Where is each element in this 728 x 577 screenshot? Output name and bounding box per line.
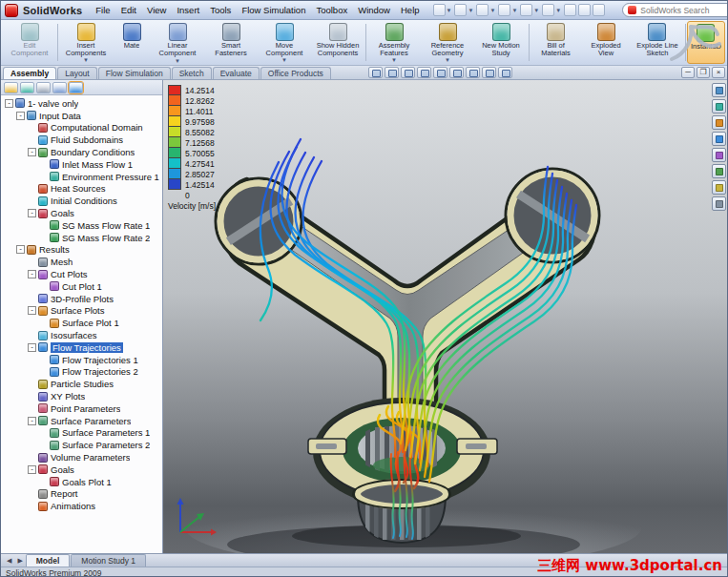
tree-item-goals-plot-1[interactable]: Goals Plot 1 (3, 476, 162, 488)
smart-fasteners-button[interactable]: Smart Fasteners (204, 21, 258, 64)
graphics-viewport[interactable]: 14.251412.826211.40119.975988.550827.125… (163, 80, 727, 553)
tree-item-xy-plots[interactable]: XY Plots (3, 390, 162, 402)
search-input[interactable] (640, 6, 726, 15)
menu-item-flow-simulation[interactable]: Flow Simulation (237, 3, 310, 17)
zoom-area-icon[interactable] (385, 67, 399, 78)
menu-item-tools[interactable]: Tools (205, 3, 236, 17)
insert-components-button[interactable]: Insert Components▼ (59, 21, 113, 64)
tree-item-computational-domain[interactable]: Computational Domain (3, 122, 162, 134)
assembly-features-button[interactable]: Assembly Features▼ (367, 21, 421, 64)
linear-component-pattern-button[interactable]: Linear Component Pattern▼ (151, 21, 204, 64)
zoom-fit-icon[interactable] (368, 67, 383, 78)
caret-down-icon[interactable]: ▼ (533, 8, 539, 13)
show-hidden-components-button[interactable]: Show Hidden Components (311, 21, 364, 64)
tree-item-inlet-mass-flow-1[interactable]: Inlet Mass Flow 1 (3, 158, 162, 171)
tab-scroll-left-icon[interactable]: ◀ (4, 555, 14, 567)
tree-item-initial-conditions[interactable]: Initial Conditions (3, 195, 162, 207)
tree-expand-toggle[interactable]: - (16, 245, 25, 254)
cut-plot-tool-icon[interactable] (712, 99, 726, 113)
tree-item-particle-studies[interactable]: Particle Studies (3, 378, 162, 390)
exploded-view-button[interactable]: Exploded View (581, 21, 631, 64)
flow-simulation-tree-tab[interactable] (69, 82, 83, 93)
tree-item-surface-plot-1[interactable]: Surface Plot 1 (3, 317, 162, 329)
tab-model[interactable]: Model (26, 554, 71, 567)
feature-manager-tab[interactable] (4, 82, 18, 93)
caret-down-icon[interactable]: ▼ (511, 8, 517, 13)
menu-item-insert[interactable]: Insert (172, 3, 204, 17)
caret-down-icon[interactable]: ▼ (83, 57, 89, 63)
close-button[interactable]: × (712, 67, 725, 78)
menu-item-window[interactable]: Window (353, 3, 395, 17)
tree-item-surface-parameters-1[interactable]: Surface Parameters 1 (3, 427, 162, 440)
help-icon[interactable] (593, 4, 605, 16)
bill-of-materials-button[interactable]: Bill of Materials (530, 21, 581, 64)
tree-expand-toggle[interactable]: - (5, 99, 13, 108)
mesh-tool-icon[interactable] (712, 196, 726, 211)
tree-item-point-parameters[interactable]: Point Parameters (3, 402, 162, 415)
tree-item-cut-plot-1[interactable]: Cut Plot 1 (3, 280, 162, 293)
tree-item-environment-pressure-1[interactable]: Environment Pressure 1 (3, 171, 162, 183)
menu-item-edit[interactable]: Edit (116, 3, 141, 17)
tree-expand-toggle[interactable]: - (28, 465, 36, 474)
previous-view-icon[interactable] (401, 67, 415, 78)
tree-expand-toggle[interactable]: - (28, 270, 36, 278)
caret-down-icon[interactable]: ▼ (468, 8, 473, 13)
tab-layout[interactable]: Layout (57, 67, 97, 79)
apply-scene-icon[interactable] (498, 67, 512, 78)
menu-item-toolbox[interactable]: Toolbox (311, 3, 352, 17)
caret-down-icon[interactable]: ▼ (445, 57, 450, 63)
print-icon[interactable] (498, 4, 510, 16)
tab-scroll-right-icon[interactable]: ▶ (14, 555, 25, 567)
dimxpert-manager-tab[interactable] (52, 82, 67, 93)
view-settings-icon[interactable] (564, 4, 576, 16)
menu-item-view[interactable]: View (142, 3, 171, 17)
tree-expand-toggle[interactable]: - (28, 148, 36, 156)
tab-motion-study-1[interactable]: Motion Study 1 (71, 554, 146, 567)
options-icon[interactable] (578, 4, 591, 16)
menu-item-file[interactable]: File (91, 3, 114, 17)
section-view-icon[interactable] (417, 67, 431, 78)
caret-down-icon[interactable]: ▼ (555, 8, 561, 13)
isosurface-tool-icon[interactable] (712, 148, 726, 162)
caret-down-icon[interactable]: ▼ (175, 58, 180, 64)
velocity-legend[interactable]: 14.251412.826211.40119.975988.550827.125… (168, 85, 216, 211)
property-manager-tab[interactable] (20, 82, 34, 93)
tree-item-cut-plots[interactable]: -Cut Plots (3, 268, 162, 280)
tab-flow-simulation[interactable]: Flow Simulation (98, 67, 171, 79)
hide-show-items-icon[interactable] (466, 67, 480, 78)
reference-geometry-button[interactable]: Reference Geometry▼ (421, 21, 474, 64)
tree-item-surface-parameters[interactable]: -Surface Parameters (3, 415, 162, 427)
tree-item-surface-plots[interactable]: -Surface Plots (3, 305, 162, 318)
caret-down-icon[interactable]: ▼ (281, 57, 287, 63)
tree-item-goals[interactable]: -Goals (3, 464, 162, 476)
tree-item-animations[interactable]: Animations (3, 500, 162, 512)
configuration-manager-tab[interactable] (36, 82, 51, 93)
flow-trajectories-tool-icon[interactable] (712, 132, 726, 146)
tree-item-sg-mass-flow-rate-2[interactable]: SG Mass Flow Rate 2 (3, 232, 162, 244)
solidworks-search[interactable]: ▼ (622, 3, 728, 17)
caret-down-icon[interactable]: ▼ (391, 57, 397, 63)
goals-tool-icon[interactable] (712, 164, 726, 178)
tree-expand-toggle[interactable]: - (28, 306, 36, 315)
menu-item-help[interactable]: Help (396, 3, 425, 17)
tree-expand-toggle[interactable]: - (28, 209, 36, 217)
tree-item-input-data[interactable]: -Input Data (3, 110, 162, 122)
tree-item-1-valve-only[interactable]: -1- valve only (3, 97, 162, 110)
tree-item-isosurfaces[interactable]: Isosurfaces (3, 329, 162, 341)
restore-button[interactable]: ❐ (697, 67, 710, 78)
surface-plot-tool-icon[interactable] (712, 115, 726, 130)
tree-item-report[interactable]: Report (3, 488, 162, 501)
caret-down-icon[interactable]: ▼ (489, 8, 495, 13)
new-motion-study-button[interactable]: New Motion Study (474, 21, 528, 64)
tree-item-flow-trajectories[interactable]: -Flow Trajectories (3, 341, 162, 354)
rebuild-icon[interactable] (542, 4, 554, 16)
tab-evaluate[interactable]: Evaluate (213, 67, 260, 79)
tree-item-flow-trajectories-1[interactable]: Flow Trajectories 1 (3, 354, 162, 366)
tab-sketch[interactable]: Sketch (172, 67, 212, 79)
tree-item-fluid-subdomains[interactable]: Fluid Subdomains (3, 134, 162, 146)
tree-item-goals[interactable]: -Goals (3, 207, 162, 219)
tree-item-surface-parameters-2[interactable]: Surface Parameters 2 (3, 439, 162, 451)
open-icon[interactable] (454, 4, 467, 16)
tree-item-boundary-conditions[interactable]: -Boundary Conditions (3, 146, 162, 158)
move-component-button[interactable]: Move Component▼ (258, 21, 311, 64)
